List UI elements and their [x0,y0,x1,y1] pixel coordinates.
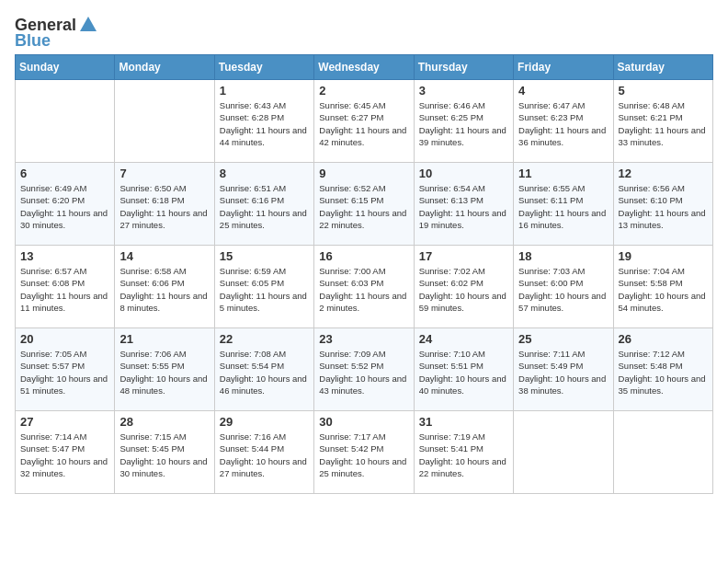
day-number: 27 [20,415,109,429]
day-number: 11 [518,167,608,180]
calendar-cell: 7Sunrise: 6:50 AM Sunset: 6:18 PM Daylig… [115,163,214,246]
col-header-sunday: Sunday [16,55,115,80]
calendar-cell: 23Sunrise: 7:09 AM Sunset: 5:52 PM Dayli… [314,328,414,411]
day-number: 19 [619,249,708,263]
logo: General Blue [15,15,98,51]
calendar-cell: 14Sunrise: 6:58 AM Sunset: 6:06 PM Dayli… [115,246,214,328]
day-number: 25 [518,332,608,346]
calendar-cell: 30Sunrise: 7:17 AM Sunset: 5:42 PM Dayli… [314,411,414,494]
day-number: 4 [518,84,608,98]
week-row-1: 1Sunrise: 6:43 AM Sunset: 6:28 PM Daylig… [16,80,713,163]
cell-content: Sunrise: 6:54 AM Sunset: 6:13 PM Dayligh… [419,182,508,231]
cell-content: Sunrise: 7:14 AM Sunset: 5:47 PM Dayligh… [20,431,109,479]
cell-content: Sunrise: 6:52 AM Sunset: 6:15 PM Dayligh… [319,182,408,231]
calendar-cell: 26Sunrise: 7:12 AM Sunset: 5:48 PM Dayli… [613,328,712,411]
day-number: 9 [319,167,408,180]
calendar-cell: 31Sunrise: 7:19 AM Sunset: 5:41 PM Dayli… [414,411,513,494]
week-row-4: 20Sunrise: 7:05 AM Sunset: 5:57 PM Dayli… [16,328,713,411]
header: General Blue [15,15,713,51]
calendar-cell: 6Sunrise: 6:49 AM Sunset: 6:20 PM Daylig… [16,163,115,246]
cell-content: Sunrise: 6:43 AM Sunset: 6:28 PM Dayligh… [220,99,309,148]
cell-content: Sunrise: 7:05 AM Sunset: 5:57 PM Dayligh… [20,348,109,396]
cell-content: Sunrise: 7:02 AM Sunset: 6:02 PM Dayligh… [419,265,508,314]
day-number: 16 [319,249,408,263]
svg-marker-0 [80,17,97,31]
day-number: 21 [119,332,209,346]
cell-content: Sunrise: 7:16 AM Sunset: 5:44 PM Dayligh… [220,431,309,479]
calendar-cell: 22Sunrise: 7:08 AM Sunset: 5:54 PM Dayli… [214,328,313,411]
cell-content: Sunrise: 6:49 AM Sunset: 6:20 PM Dayligh… [20,182,109,231]
calendar-cell [514,411,613,494]
calendar-cell: 2Sunrise: 6:45 AM Sunset: 6:27 PM Daylig… [314,80,414,163]
day-number: 24 [419,332,508,346]
cell-content: Sunrise: 7:04 AM Sunset: 5:58 PM Dayligh… [619,265,708,314]
cell-content: Sunrise: 7:06 AM Sunset: 5:55 PM Dayligh… [119,348,209,396]
calendar-cell: 5Sunrise: 6:48 AM Sunset: 6:21 PM Daylig… [613,80,712,163]
calendar-cell: 12Sunrise: 6:56 AM Sunset: 6:10 PM Dayli… [613,163,712,246]
calendar-table: SundayMondayTuesdayWednesdayThursdayFrid… [15,54,713,494]
day-number: 6 [20,167,109,180]
calendar-cell [613,411,712,494]
calendar-cell: 20Sunrise: 7:05 AM Sunset: 5:57 PM Dayli… [16,328,115,411]
day-number: 8 [220,167,309,180]
col-header-friday: Friday [514,55,613,80]
day-number: 20 [20,332,109,346]
calendar-cell: 24Sunrise: 7:10 AM Sunset: 5:51 PM Dayli… [414,328,513,411]
calendar-cell: 16Sunrise: 7:00 AM Sunset: 6:03 PM Dayli… [314,246,414,328]
col-header-thursday: Thursday [414,55,513,80]
day-number: 29 [220,415,309,429]
calendar-cell: 18Sunrise: 7:03 AM Sunset: 6:00 PM Dayli… [514,246,613,328]
day-number: 26 [619,332,708,346]
day-number: 30 [319,415,408,429]
day-number: 18 [518,249,608,263]
calendar-cell [16,80,115,163]
day-number: 28 [119,415,209,429]
cell-content: Sunrise: 6:56 AM Sunset: 6:10 PM Dayligh… [619,182,708,231]
cell-content: Sunrise: 7:09 AM Sunset: 5:52 PM Dayligh… [319,348,408,396]
day-number: 23 [319,332,408,346]
cell-content: Sunrise: 7:08 AM Sunset: 5:54 PM Dayligh… [220,348,309,396]
calendar-cell: 4Sunrise: 6:47 AM Sunset: 6:23 PM Daylig… [514,80,613,163]
cell-content: Sunrise: 6:47 AM Sunset: 6:23 PM Dayligh… [518,99,608,148]
calendar-cell: 25Sunrise: 7:11 AM Sunset: 5:49 PM Dayli… [514,328,613,411]
cell-content: Sunrise: 7:17 AM Sunset: 5:42 PM Dayligh… [319,431,408,479]
calendar-cell: 13Sunrise: 6:57 AM Sunset: 6:08 PM Dayli… [16,246,115,328]
week-row-5: 27Sunrise: 7:14 AM Sunset: 5:47 PM Dayli… [16,411,713,494]
day-number: 17 [419,249,508,263]
day-number: 12 [619,167,708,180]
day-number: 5 [619,84,708,98]
col-header-wednesday: Wednesday [314,55,414,80]
cell-content: Sunrise: 7:19 AM Sunset: 5:41 PM Dayligh… [419,431,508,479]
cell-content: Sunrise: 7:11 AM Sunset: 5:49 PM Dayligh… [518,348,608,396]
cell-content: Sunrise: 6:51 AM Sunset: 6:16 PM Dayligh… [220,182,309,231]
day-number: 1 [220,84,309,98]
calendar-cell: 27Sunrise: 7:14 AM Sunset: 5:47 PM Dayli… [16,411,115,494]
day-number: 3 [419,84,508,98]
logo-icon [78,15,98,35]
day-number: 7 [119,167,209,180]
day-number: 2 [319,84,408,98]
cell-content: Sunrise: 6:57 AM Sunset: 6:08 PM Dayligh… [20,265,109,314]
calendar-cell: 17Sunrise: 7:02 AM Sunset: 6:02 PM Dayli… [414,246,513,328]
calendar-cell: 21Sunrise: 7:06 AM Sunset: 5:55 PM Dayli… [115,328,214,411]
cell-content: Sunrise: 7:15 AM Sunset: 5:45 PM Dayligh… [119,431,209,479]
calendar-cell: 9Sunrise: 6:52 AM Sunset: 6:15 PM Daylig… [314,163,414,246]
cell-content: Sunrise: 7:00 AM Sunset: 6:03 PM Dayligh… [319,265,408,314]
day-number: 22 [220,332,309,346]
cell-content: Sunrise: 6:58 AM Sunset: 6:06 PM Dayligh… [119,265,209,314]
cell-content: Sunrise: 6:59 AM Sunset: 6:05 PM Dayligh… [220,265,309,314]
calendar-cell [115,80,214,163]
calendar-cell: 29Sunrise: 7:16 AM Sunset: 5:44 PM Dayli… [214,411,313,494]
col-header-monday: Monday [115,55,214,80]
calendar-cell: 1Sunrise: 6:43 AM Sunset: 6:28 PM Daylig… [214,80,313,163]
week-row-2: 6Sunrise: 6:49 AM Sunset: 6:20 PM Daylig… [16,163,713,246]
day-number: 14 [119,249,209,263]
cell-content: Sunrise: 6:55 AM Sunset: 6:11 PM Dayligh… [518,182,608,231]
cell-content: Sunrise: 6:46 AM Sunset: 6:25 PM Dayligh… [419,99,508,148]
calendar-cell: 28Sunrise: 7:15 AM Sunset: 5:45 PM Dayli… [115,411,214,494]
cell-content: Sunrise: 6:50 AM Sunset: 6:18 PM Dayligh… [119,182,209,231]
calendar-cell: 3Sunrise: 6:46 AM Sunset: 6:25 PM Daylig… [414,80,513,163]
day-number: 31 [419,415,508,429]
calendar-cell: 19Sunrise: 7:04 AM Sunset: 5:58 PM Dayli… [613,246,712,328]
day-number: 15 [220,249,309,263]
